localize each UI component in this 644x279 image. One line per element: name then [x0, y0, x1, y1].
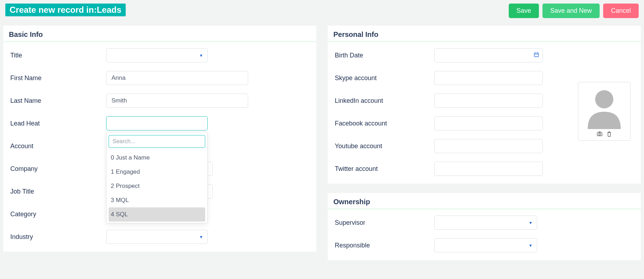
- avatar-placeholder: [580, 84, 629, 129]
- facebook-input[interactable]: [434, 116, 543, 130]
- first-name-input[interactable]: [106, 71, 248, 85]
- page-title: Create new record in:Leads: [5, 4, 126, 16]
- basic-info-title: Basic Info: [3, 26, 316, 42]
- supervisor-label: Supervisor: [335, 219, 434, 227]
- responsible-label: Responsible: [335, 242, 434, 249]
- birth-date-label: Birth Date: [335, 52, 434, 59]
- personal-info-title: Personal Info: [328, 26, 641, 42]
- ownership-title: Ownership: [328, 193, 641, 209]
- save-and-new-button[interactable]: Save and New: [542, 4, 600, 18]
- supervisor-select[interactable]: ▾: [434, 216, 537, 230]
- account-label: Account: [10, 143, 106, 150]
- camera-icon[interactable]: [597, 131, 602, 138]
- svg-point-6: [599, 133, 600, 135]
- linkedin-label: LinkedIn account: [335, 97, 434, 105]
- twitter-input[interactable]: [434, 162, 543, 176]
- lead-heat-option[interactable]: 4 SQL: [109, 207, 205, 222]
- chevron-down-icon: ▾: [529, 220, 532, 225]
- lead-heat-dropdown: 0 Just a Name1 Engaged2 Prospect3 MQL4 S…: [106, 132, 208, 223]
- lead-heat-select[interactable]: [106, 116, 208, 130]
- ownership-panel: Ownership Supervisor ▾ Responsible: [327, 192, 641, 261]
- lead-heat-option[interactable]: 1 Engaged: [109, 165, 205, 179]
- lead-heat-option[interactable]: 2 Prospect: [109, 179, 205, 193]
- industry-select[interactable]: ▾: [106, 230, 208, 244]
- last-name-input[interactable]: [106, 94, 248, 108]
- facebook-label: Facebook account: [335, 120, 434, 127]
- lead-heat-option[interactable]: 0 Just a Name: [109, 151, 205, 165]
- birth-date-input[interactable]: [434, 48, 543, 62]
- skype-input[interactable]: [434, 71, 543, 85]
- responsible-select[interactable]: ▾: [434, 238, 537, 252]
- youtube-label: Youtube account: [335, 143, 434, 150]
- lead-heat-label: Lead Heat: [10, 120, 106, 127]
- linkedin-input[interactable]: [434, 94, 543, 108]
- action-buttons: Save Save and New Cancel: [509, 4, 639, 18]
- job-title-label: Job Title: [10, 188, 106, 195]
- twitter-label: Twitter account: [335, 165, 434, 173]
- save-button[interactable]: Save: [509, 4, 539, 18]
- cancel-button[interactable]: Cancel: [603, 4, 639, 18]
- skype-label: Skype account: [335, 74, 434, 82]
- chevron-down-icon: ▾: [529, 242, 532, 248]
- industry-label: Industry: [10, 233, 106, 241]
- svg-point-4: [595, 90, 613, 108]
- title-select[interactable]: ▾: [106, 48, 208, 62]
- chevron-down-icon: ▾: [200, 234, 202, 240]
- company-label: Company: [10, 165, 106, 173]
- chevron-down-icon: ▾: [200, 52, 202, 58]
- trash-icon[interactable]: [607, 131, 612, 138]
- last-name-label: Last Name: [10, 97, 106, 105]
- calendar-icon[interactable]: [534, 52, 539, 59]
- lead-heat-option[interactable]: 3 MQL: [109, 193, 205, 207]
- title-label: Title: [10, 52, 106, 59]
- svg-rect-0: [534, 53, 539, 57]
- youtube-input[interactable]: [434, 139, 543, 153]
- category-label: Category: [10, 211, 106, 218]
- photo-card: [578, 82, 631, 141]
- first-name-label: First Name: [10, 74, 106, 82]
- lead-heat-search-input[interactable]: [109, 135, 205, 148]
- basic-info-panel: Basic Info Title ▾ First Name: [3, 25, 317, 252]
